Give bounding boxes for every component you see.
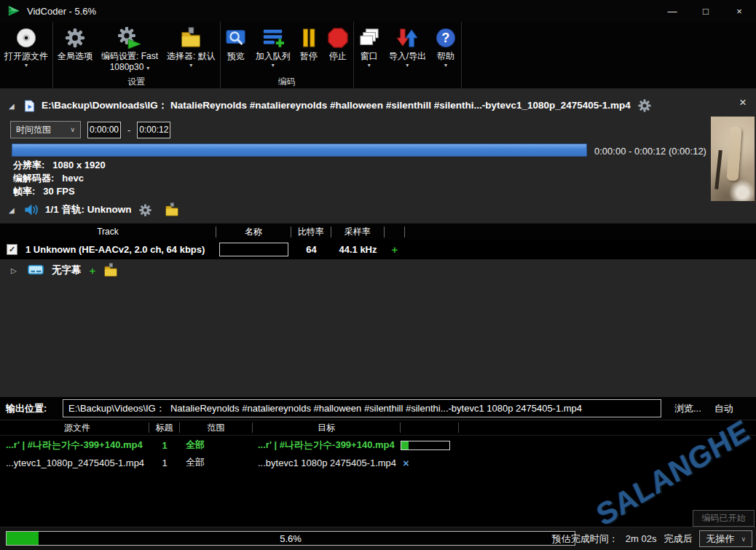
help-icon: ? [435,24,457,51]
after-complete-dropdown[interactable]: 无操作 ∨ [699,530,752,547]
track-bitrate: 64 [291,244,331,255]
encode-progress-label: 5.6% [7,532,575,545]
folder-icon [180,24,202,51]
expander-open-icon[interactable]: ◢ [9,102,17,110]
settings-group-label: 设置 [53,76,220,88]
audio-settings-gear-icon[interactable] [138,203,152,217]
time-range-slider[interactable] [12,144,587,157]
picker-button[interactable]: 选择器: 默认 ▾ [162,22,220,68]
source-panel: ◢ E:\Backup\Downloads\IG： NatalieReynold… [0,89,756,397]
video-info: 分辨率:1080 x 1920 编解码器:hevc 帧率:30 FPS [13,159,106,198]
track-name-input[interactable] [219,243,288,256]
subtitle-title: 无字幕 [52,264,82,277]
queue-source: ...r' | #나라는가수-399+140.mp4 [0,439,149,452]
queue-row-pending[interactable]: ...ytevc1_1080p_2475405-1.mp4 1 全部 ...by… [0,455,756,471]
codec-row: 编解码器:hevc [13,172,106,185]
queue-item-progress-fill [401,441,409,449]
eta-value: 2m 02s [626,533,657,544]
chevron-down-icon: ▾ [146,65,149,71]
range-end-input[interactable] [137,122,170,138]
add-audio-track-button[interactable]: + [392,244,398,255]
expander-closed-icon[interactable]: ▷ [11,267,20,275]
stop-button[interactable]: 停止 [323,22,353,62]
queue-list-plus-icon [262,24,284,51]
framerate-value: 30 FPS [43,186,74,197]
audio-track-title: 1/1 音轨: Unknown [45,203,132,216]
column-track: Track [0,227,216,237]
track-label: 1 Unknown (HE-AACv2, 2.0 ch, 64 kbps) [25,244,205,255]
queue-range: 全部 [180,439,253,452]
range-start-input[interactable] [87,122,121,138]
column-range: 范围 [180,423,253,433]
import-export-arrows-icon [395,24,419,51]
auto-name-button[interactable]: 自动 [701,402,733,415]
source-path: E:\Backup\Downloads\IG： NatalieReynolds … [42,99,631,112]
maximize-button[interactable]: □ [689,0,722,22]
track-checkbox[interactable]: ✓ [7,244,17,255]
browse-button[interactable]: 浏览... [661,402,701,415]
after-complete-label: 完成后 [664,533,692,546]
title-bar: VidCoder - 5.6% — □ × [0,0,756,22]
windows-button[interactable]: 窗口 ▾ [354,22,385,68]
toolbar-separator [461,22,462,88]
subtitle-copy-folder-icon[interactable] [103,263,118,278]
toolbar-group-encode: 预览 加入队列 ▾ [221,22,353,88]
output-path-input[interactable] [63,399,661,417]
queue-row-encoding[interactable]: ...r' | #나라는가수-399+140.mp4 1 全部 ...r' | … [0,437,756,453]
encode-progressbar: 5.6% [6,531,575,546]
audio-track-row[interactable]: ✓ 1 Unknown (HE-AACv2, 2.0 ch, 64 kbps) … [0,240,756,260]
status-bar: 5.6% 预估完成时间： 2m 02s 完成后 无操作 ∨ [0,527,756,550]
toolbar-group-window: 窗口 ▾ 导入/导出 ▾ ? [354,22,461,88]
queue-title: 1 [149,457,180,468]
svg-text:?: ? [442,31,450,45]
close-window-button[interactable]: × [722,0,756,22]
add-to-queue-button[interactable]: 加入队列 ▾ [251,22,295,68]
column-source-file: 源文件 [0,423,149,433]
chevron-down-icon: ▾ [444,62,447,68]
chevron-down-icon: ▾ [368,62,371,68]
subtitle-section-header: ▷ 无字幕 + [11,263,118,278]
gear-icon [64,24,86,51]
audio-table-header: Track 名称 比特率 采样率 [0,223,756,240]
minimize-button[interactable]: — [655,0,689,22]
global-options-button[interactable]: 全局选项 [53,22,97,62]
eta-label: 预估完成时间： [552,533,618,546]
stop-icon [327,24,349,51]
output-label: 输出位置: [6,402,63,415]
encode-settings-button[interactable]: 编码设置: Fast 1080p30▾ [97,22,162,74]
statusbar-right: 预估完成时间： 2m 02s 完成后 无操作 ∨ [552,527,752,550]
toolbar-group-settings: 全局选项 编码设置: [53,22,220,88]
chevron-down-icon: ∨ [70,126,75,133]
add-subtitle-button[interactable]: + [90,265,96,276]
remove-queue-item-button[interactable]: × [401,457,409,469]
queue-panel: 源文件 标题 范围 目标 ...r' | #나라는가수-399+140.mp4 … [0,420,756,527]
preview-thumbnail [711,117,755,201]
range-summary: 0:00:00 - 0:00:12 (0:00:12) [594,146,706,157]
column-samplerate: 采样率 [331,227,385,237]
pause-icon [299,24,318,51]
import-export-button[interactable]: 导入/导出 ▾ [385,22,430,68]
queue-header: 源文件 标题 范围 目标 [0,420,756,436]
preview-button[interactable]: 预览 [221,22,251,62]
video-file-icon [24,100,35,112]
column-bitrate: 比特率 [291,227,331,237]
speaker-icon [24,203,39,216]
codec-value: hevc [62,173,84,184]
close-source-button[interactable]: × [739,95,747,110]
queue-target: ...bytevc1 1080p 2475405-1.mp4 [253,457,401,468]
range-mode-dropdown[interactable]: 时间范围 ∨ [10,121,81,138]
subtitle-icon [28,264,44,276]
track-samplerate: 44.1 kHz [331,244,385,255]
toolbar: 打开源文件 ▾ [0,22,756,89]
queue-source: ...ytevc1_1080p_2475405-1.mp4 [0,457,149,468]
open-source-button[interactable]: 打开源文件 ▾ [0,22,52,68]
range-controls: 时间范围 ∨ - [10,121,170,138]
source-settings-gear-icon[interactable] [637,98,652,113]
encode-group-label: 编码 [221,76,353,88]
pause-button[interactable]: 暂停 [295,22,323,62]
audio-copy-folder-icon[interactable] [165,203,179,217]
queue-title: 1 [149,440,180,451]
help-button[interactable]: ? 帮助 ▾ [430,22,461,68]
expander-open-icon[interactable]: ◢ [9,206,17,214]
column-title: 标题 [149,423,180,433]
